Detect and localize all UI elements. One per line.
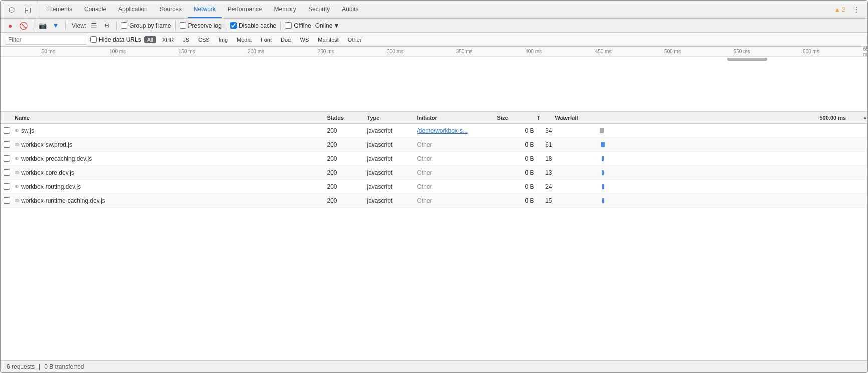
list-view-button[interactable]: ☰ <box>88 20 99 31</box>
filter-type-ws[interactable]: WS <box>297 36 312 43</box>
tab-audits[interactable]: Audits <box>336 1 364 18</box>
hide-data-urls-checkbox[interactable] <box>90 36 97 43</box>
ruler-tick: 550 ms <box>734 49 750 54</box>
header-name[interactable]: Name <box>13 115 327 121</box>
clear-button[interactable]: 🚫 <box>18 20 29 31</box>
ruler-tick: 50 ms <box>42 49 55 54</box>
gear-icon: ⚙ <box>15 198 19 203</box>
initiator-link[interactable]: /demo/workbox-s... <box>417 127 468 134</box>
header-size[interactable]: Size <box>497 115 537 121</box>
separator-4 <box>175 21 176 30</box>
row-checkbox[interactable] <box>4 169 10 176</box>
separator-1 <box>33 21 33 30</box>
row-checkbox-cell <box>1 141 13 148</box>
view-label: View: <box>72 22 86 29</box>
table-row[interactable]: ⚙workbox-routing.dev.js200javascriptOthe… <box>1 180 867 194</box>
online-dropdown-icon: ▼ <box>333 22 339 29</box>
tab-elements[interactable]: Elements <box>41 1 78 18</box>
header-initiator[interactable]: Initiator <box>417 115 497 121</box>
transferred-size: 0 B transferred <box>44 363 84 370</box>
filter-type-media[interactable]: Media <box>234 36 255 43</box>
filter-type-all[interactable]: All <box>144 36 156 43</box>
cursor-icon[interactable]: ⬡ <box>5 3 19 17</box>
row-initiator[interactable]: /demo/workbox-s... <box>417 127 497 134</box>
filter-input[interactable] <box>5 35 87 45</box>
tab-sources[interactable]: Sources <box>154 1 188 18</box>
row-initiator: Other <box>417 169 497 176</box>
ruler-tick: 500 ms <box>664 49 681 54</box>
filter-type-css[interactable]: CSS <box>195 36 213 43</box>
row-checkbox[interactable] <box>4 155 10 162</box>
separator-6 <box>280 21 281 30</box>
tab-bar: ⬡ ◱ Elements Console Application Sources… <box>1 1 867 19</box>
filter-type-img[interactable]: Img <box>216 36 231 43</box>
table-row[interactable]: ⚙workbox-core.dev.js200javascriptOther0 … <box>1 166 867 180</box>
tree-view-button[interactable]: ⊟ <box>101 20 112 31</box>
preserve-log-checkbox[interactable] <box>180 22 186 29</box>
offline-label: Offline <box>294 22 311 29</box>
offline-checkbox[interactable] <box>285 22 292 29</box>
record-button[interactable]: ● <box>5 20 16 31</box>
ruler-tick: 150 ms <box>179 49 195 54</box>
row-checkbox[interactable] <box>4 127 10 134</box>
row-type: javascript <box>367 127 417 134</box>
warning-badge[interactable]: ▲ 2 <box>834 6 845 13</box>
filter-type-other[interactable]: Other <box>345 36 365 43</box>
preserve-log-label: Preserve log <box>188 22 222 29</box>
timeline-ruler: 50 ms100 ms150 ms200 ms250 ms300 ms350 m… <box>1 47 867 57</box>
row-name-text: workbox-core.dev.js <box>21 169 74 176</box>
row-checkbox[interactable] <box>4 141 10 148</box>
tab-memory[interactable]: Memory <box>268 1 302 18</box>
table-row[interactable]: ⚙workbox-precaching.dev.js200javascriptO… <box>1 152 867 166</box>
row-type: javascript <box>367 183 417 190</box>
tab-network[interactable]: Network <box>188 1 222 18</box>
row-checkbox-cell <box>1 127 13 134</box>
row-checkbox[interactable] <box>4 183 10 190</box>
filter-type-js[interactable]: JS <box>180 36 192 43</box>
timeline-scroll-indicator[interactable] <box>727 58 767 61</box>
tab-application[interactable]: Application <box>112 1 154 18</box>
row-status: 200 <box>327 127 367 134</box>
online-label: Online <box>315 22 333 29</box>
disable-cache-checkbox-label[interactable]: Disable cache <box>230 22 276 29</box>
row-size: 0 B <box>497 183 537 190</box>
disable-cache-checkbox[interactable] <box>230 22 237 29</box>
row-type: javascript <box>367 169 417 176</box>
preserve-log-checkbox-label[interactable]: Preserve log <box>180 22 222 29</box>
ruler-tick: 600 ms <box>803 49 819 54</box>
row-waterfall <box>552 198 868 203</box>
camera-button[interactable]: 📷 <box>37 20 48 31</box>
hide-data-urls-label[interactable]: Hide data URLs <box>90 36 141 43</box>
header-type[interactable]: Type <box>367 115 417 121</box>
filter-type-xhr[interactable]: XHR <box>159 36 177 43</box>
table-row[interactable]: ⚙sw.js200javascript/demo/workbox-s...0 B… <box>1 124 867 138</box>
gear-icon: ⚙ <box>15 142 19 147</box>
online-select[interactable]: Online ▼ <box>315 22 340 29</box>
row-checkbox[interactable] <box>4 197 10 204</box>
filter-type-font[interactable]: Font <box>258 36 275 43</box>
header-status[interactable]: Status <box>327 115 367 121</box>
separator-5 <box>226 21 226 30</box>
header-time[interactable]: T <box>537 115 552 121</box>
filter-button[interactable]: ▼ <box>50 20 61 31</box>
filter-type-manifest[interactable]: Manifest <box>315 36 342 43</box>
waterfall-bar <box>602 184 604 189</box>
offline-checkbox-label[interactable]: Offline <box>285 22 311 29</box>
row-initiator: Other <box>417 183 497 190</box>
device-toggle-icon[interactable]: ◱ <box>21 3 35 17</box>
group-by-frame-checkbox[interactable] <box>121 22 127 29</box>
timeline-chart[interactable] <box>1 57 867 112</box>
more-options-icon[interactable]: ⋮ <box>849 3 863 17</box>
gear-icon: ⚙ <box>15 184 19 189</box>
group-by-frame-checkbox-label[interactable]: Group by frame <box>121 22 171 29</box>
header-waterfall[interactable]: Waterfall 500.00 ms ▲ <box>552 115 868 121</box>
filter-type-doc[interactable]: Doc <box>278 36 294 43</box>
table-row[interactable]: ⚙workbox-sw.prod.js200javascriptOther0 B… <box>1 138 867 152</box>
tab-performance[interactable]: Performance <box>222 1 268 18</box>
tab-console[interactable]: Console <box>78 1 112 18</box>
row-waterfall <box>552 184 868 189</box>
table-row[interactable]: ⚙workbox-runtime-caching.dev.js200javasc… <box>1 194 867 208</box>
row-type: javascript <box>367 141 417 148</box>
gear-icon: ⚙ <box>15 128 19 133</box>
tab-security[interactable]: Security <box>302 1 336 18</box>
